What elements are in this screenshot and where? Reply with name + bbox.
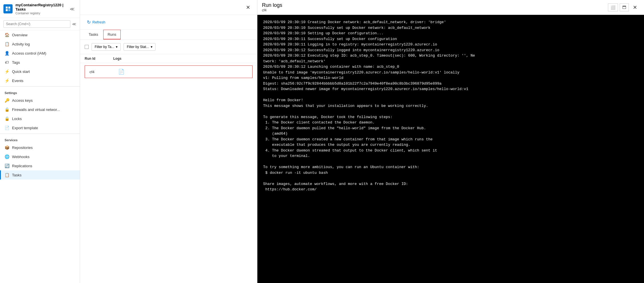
sidebar-item-export-template[interactable]: 📄 Export template <box>0 123 80 132</box>
access-control-label: Access control (IAM) <box>12 51 46 55</box>
filters-row: Filter by Ta... ▾ Filter by Stat... ▾ <box>80 40 257 54</box>
activity-log-label: Activity log <box>12 42 30 46</box>
services-section-label: Services <box>0 135 80 143</box>
svg-rect-1 <box>8 7 10 9</box>
logs-cell: 📄 <box>118 69 248 75</box>
run-logs-maximize-button[interactable]: 🗖 <box>620 3 629 11</box>
sidebar-item-webhooks[interactable]: 🌐 Webhooks <box>0 152 80 161</box>
export-template-icon: 📄 <box>5 125 9 130</box>
tasks-icon: 📋 <box>5 173 9 177</box>
access-keys-icon: 🔑 <box>5 98 9 103</box>
repositories-label: Repositories <box>12 146 33 150</box>
sidebar-item-overview[interactable]: 🏠 Overview <box>0 30 80 39</box>
replications-icon: 🔄 <box>5 164 9 168</box>
svg-rect-0 <box>6 7 8 9</box>
log-content: 2020/03/09 20:30:10 Creating Docker netw… <box>257 15 644 283</box>
run-logs-subtitle: cf4 <box>262 8 282 12</box>
sidebar-item-access-keys[interactable]: 🔑 Access keys <box>0 96 80 105</box>
sidebar-item-repositories[interactable]: 📦 Repositories <box>0 143 80 152</box>
firewalls-icon: 🔒 <box>5 107 9 112</box>
sidebar-item-events[interactable]: ⚡ Events <box>0 76 80 85</box>
settings-divider <box>0 86 80 87</box>
tabs-row: Tasks Runs <box>80 30 257 40</box>
tags-icon: 🏷 <box>5 60 9 65</box>
access-keys-label: Access keys <box>12 98 33 103</box>
refresh-label: Refresh <box>92 20 106 24</box>
toolbar: ↻ Refresh <box>80 15 257 30</box>
sidebar-header-text: myContainerRegistry1220 | Tasks Containe… <box>15 3 68 15</box>
sidebar-header: myContainerRegistry1220 | Tasks Containe… <box>0 0 80 18</box>
logs-file-icon: 📄 <box>118 69 124 75</box>
replications-label: Replications <box>12 164 32 168</box>
logs-header: Logs <box>113 57 253 61</box>
locks-icon: 🔒 <box>5 116 9 121</box>
repositories-icon: 📦 <box>5 145 9 150</box>
sidebar-item-locks[interactable]: 🔒 Locks <box>0 114 80 123</box>
refresh-button[interactable]: ↻ Refresh <box>85 18 108 26</box>
middle-panel-header: ✕ <box>80 0 257 15</box>
sidebar-controls: ≪ <box>68 6 76 12</box>
run-id-cell: cf4 <box>90 70 112 74</box>
table-header: Run Id Logs <box>80 54 257 63</box>
search-collapse-button[interactable]: ≪ <box>72 22 76 26</box>
run-logs-header: Run logs cf4 ⬜ 🗖 ✕ <box>257 0 644 15</box>
export-template-label: Export template <box>12 126 38 130</box>
refresh-icon: ↻ <box>87 19 91 25</box>
sidebar-item-quick-start[interactable]: ⚡ Quick start <box>0 67 80 76</box>
sidebar-item-firewalls[interactable]: 🔒 Firewalls and virtual networ... <box>0 105 80 114</box>
run-logs-panel: Run logs cf4 ⬜ 🗖 ✕ 2020/03/09 20:30:10 C… <box>257 0 644 283</box>
activity-log-icon: 📋 <box>5 42 9 46</box>
tab-tasks[interactable]: Tasks <box>85 30 102 39</box>
settings-section-label: Settings <box>0 88 80 96</box>
sidebar-collapse-button[interactable]: ≪ <box>68 6 76 12</box>
filter-status-chevron-icon: ▾ <box>151 45 152 49</box>
sidebar-title: myContainerRegistry1220 | Tasks <box>15 3 68 11</box>
filter-by-status-dropdown[interactable]: Filter by Stat... ▾ <box>124 43 155 51</box>
middle-panel: ✕ ↻ Refresh Tasks Runs Filter by Ta... ▾… <box>80 0 257 283</box>
svg-rect-3 <box>8 9 10 11</box>
filter-by-tag-dropdown[interactable]: Filter by Ta... ▾ <box>92 43 121 51</box>
overview-icon: 🏠 <box>5 33 9 37</box>
firewalls-label: Firewalls and virtual networ... <box>12 107 60 112</box>
search-input[interactable] <box>3 20 70 28</box>
sidebar-item-replications[interactable]: 🔄 Replications <box>0 161 80 170</box>
quick-start-label: Quick start <box>12 69 30 74</box>
filter-tag-chevron-icon: ▾ <box>116 45 118 49</box>
run-logs-minimize-button[interactable]: ⬜ <box>608 3 618 11</box>
locks-label: Locks <box>12 117 22 121</box>
sidebar-item-activity-log[interactable]: 📋 Activity log <box>0 39 80 49</box>
sidebar-item-access-control[interactable]: 👤 Access control (IAM) <box>0 49 80 58</box>
overview-label: Overview <box>12 33 27 37</box>
sidebar: myContainerRegistry1220 | Tasks Containe… <box>0 0 80 283</box>
sidebar-subtitle: Container registry <box>15 11 68 15</box>
tasks-label: Tasks <box>12 173 21 177</box>
run-logs-title-section: Run logs cf4 <box>262 2 282 12</box>
run-logs-controls: ⬜ 🗖 ✕ <box>608 3 639 11</box>
events-label: Events <box>12 79 23 83</box>
svg-rect-2 <box>6 9 8 11</box>
sidebar-search-container: ≪ <box>0 18 80 30</box>
run-logs-close-button[interactable]: ✕ <box>631 3 639 11</box>
run-logs-title: Run logs <box>262 2 282 8</box>
tab-runs[interactable]: Runs <box>103 30 120 39</box>
filter-checkbox[interactable] <box>85 45 89 49</box>
sidebar-item-tasks[interactable]: 📋 Tasks <box>0 170 80 180</box>
quick-start-icon: ⚡ <box>5 69 9 74</box>
services-divider <box>0 133 80 134</box>
table-row[interactable]: cf4 📄 <box>85 65 253 78</box>
tags-label: Tags <box>12 60 20 65</box>
middle-close-button[interactable]: ✕ <box>244 3 253 12</box>
run-id-header: Run Id <box>85 57 108 61</box>
webhooks-icon: 🌐 <box>5 154 9 159</box>
access-control-icon: 👤 <box>5 51 9 55</box>
sidebar-item-tags[interactable]: 🏷 Tags <box>0 58 80 67</box>
app-icon <box>3 4 13 13</box>
events-icon: ⚡ <box>5 78 9 83</box>
webhooks-label: Webhooks <box>12 155 29 159</box>
